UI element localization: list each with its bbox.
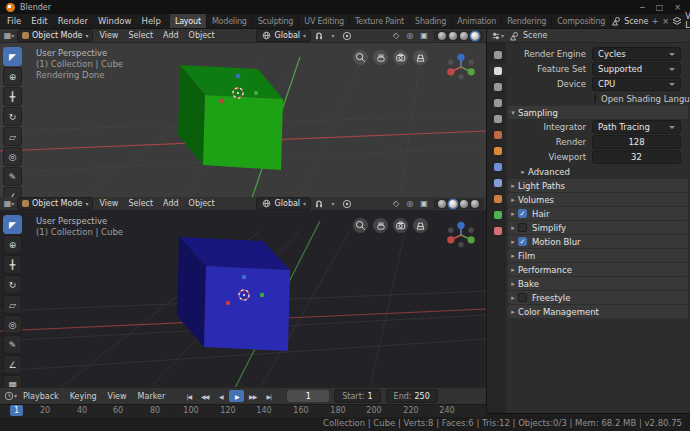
workspace-tab[interactable]: Shading	[410, 14, 452, 28]
property-value-field[interactable]: Path Tracing	[592, 120, 681, 134]
properties-row[interactable]: Open Shading Language Open Shading Langu…	[506, 92, 690, 105]
properties-row[interactable]: Performance Performance	[508, 263, 688, 276]
viewport-menu-item[interactable]: Select	[124, 199, 157, 208]
timeline-menu-item[interactable]: Keying	[65, 392, 102, 401]
pan-hand-icon[interactable]	[373, 50, 388, 65]
section-caret-icon[interactable]	[508, 266, 518, 274]
menubar-item[interactable]: Window	[93, 16, 137, 26]
xray-toggle-icon[interactable]: ▣	[418, 30, 430, 41]
properties-row[interactable]: Motion Blur Motion Blur	[508, 235, 688, 248]
pan-hand-icon[interactable]	[373, 218, 388, 233]
property-value-field[interactable]: CPU	[592, 77, 681, 91]
checkbox[interactable]	[518, 209, 527, 218]
properties-editor-icon[interactable]: ▾	[491, 30, 504, 41]
properties-row[interactable]: Sampling Sampling	[508, 106, 688, 119]
properties-row[interactable]: Color Management Color Management	[508, 305, 688, 318]
property-value-field[interactable]: Supported	[592, 62, 681, 76]
tab-material[interactable]	[489, 224, 506, 237]
workspace-tab[interactable]: Layout	[170, 14, 207, 28]
tool-rotate[interactable]: ↻	[3, 275, 22, 294]
tab-object-data[interactable]	[489, 208, 506, 221]
snap-target-dropdown[interactable]: ▾	[327, 198, 339, 209]
tool-transform[interactable]: ◎	[3, 147, 22, 166]
tool-annotate[interactable]: ✎	[3, 335, 22, 354]
tab-particles[interactable]	[489, 176, 506, 189]
camera-view-icon[interactable]	[393, 218, 408, 233]
tab-object[interactable]	[489, 144, 506, 157]
tool-move[interactable]: ╋	[3, 87, 22, 106]
properties-row[interactable]: Integrator Integrator Path Tracing	[506, 120, 690, 134]
next-keyframe-button[interactable]: ▶▶	[245, 390, 260, 402]
section-caret-icon[interactable]	[508, 196, 518, 204]
previous-keyframe-button[interactable]: ◀◀	[197, 390, 212, 402]
tool-3d-cursor[interactable]: ⊕	[3, 67, 22, 86]
new-scene-button[interactable]: +	[652, 16, 659, 26]
tab-physics[interactable]	[489, 192, 506, 205]
checkbox[interactable]	[518, 223, 527, 232]
viewport-menu-item[interactable]: Add	[159, 31, 183, 40]
property-value-field[interactable]: 128	[592, 135, 681, 149]
overlays-icon[interactable]: ◎	[404, 30, 416, 41]
tool-measure[interactable]: ∠	[3, 187, 22, 197]
menubar-item[interactable]: File	[2, 16, 26, 26]
show-gizmo-icon[interactable]: ◇	[390, 198, 402, 209]
checkbox[interactable]	[518, 237, 527, 246]
close-button[interactable]: ×	[674, 3, 681, 12]
timeline-ruler[interactable]: 20 40 60 80 100 120 140 160 180	[0, 404, 486, 417]
tool-transform[interactable]: ◎	[3, 315, 22, 334]
maximize-button[interactable]: □	[656, 3, 664, 12]
menubar-item[interactable]: Help	[136, 16, 165, 26]
mode-selector[interactable]: Object Mode▾	[17, 197, 93, 210]
blue-cube[interactable]	[177, 237, 290, 351]
jump-to-start-button[interactable]: |◀	[181, 390, 196, 402]
properties-row[interactable]: Render Render 128	[506, 135, 690, 149]
navigation-gizmo[interactable]	[446, 52, 476, 82]
section-caret-icon[interactable]	[508, 224, 518, 232]
checkbox[interactable]	[518, 293, 527, 302]
workspace-tab[interactable]: Animation	[452, 14, 502, 28]
properties-row[interactable]: Hair Hair	[508, 207, 688, 220]
shading-wireframe-icon[interactable]	[438, 32, 446, 40]
proportional-editing-icon[interactable]	[341, 198, 353, 209]
section-caret-icon[interactable]	[508, 294, 518, 302]
tab-scene[interactable]	[489, 112, 506, 125]
tool-scale[interactable]: ▱	[3, 127, 22, 146]
mode-selector[interactable]: Object Mode▾	[17, 29, 93, 42]
tool-select-box[interactable]: ◤	[3, 47, 22, 66]
overlays-icon[interactable]: ◎	[404, 198, 416, 209]
section-caret-icon[interactable]	[508, 109, 518, 117]
timeline-menu-item[interactable]: Playback	[18, 392, 64, 401]
playhead[interactable]: 1	[10, 405, 23, 417]
viewport-menu-item[interactable]: View	[95, 31, 122, 40]
tab-view-layer[interactable]	[489, 96, 506, 109]
camera-view-icon[interactable]	[393, 50, 408, 65]
properties-row[interactable]: Simplify Simplify	[508, 221, 688, 234]
shading-material-icon[interactable]	[460, 32, 468, 40]
snap-magnet-icon[interactable]	[313, 198, 325, 209]
properties-row[interactable]: Bake Bake	[508, 277, 688, 290]
snap-target-dropdown[interactable]: ▾	[327, 30, 339, 41]
viewport-menu-item[interactable]: Add	[159, 199, 183, 208]
snap-magnet-icon[interactable]	[313, 30, 325, 41]
properties-row[interactable]: Render Engine Render Engine Cycles	[506, 47, 690, 61]
show-gizmo-icon[interactable]: ◇	[390, 30, 402, 41]
green-cube[interactable]	[178, 65, 283, 170]
shading-solid-icon[interactable]	[449, 32, 457, 40]
xray-toggle-icon[interactable]: ▣	[418, 198, 430, 209]
play-reverse-button[interactable]: ◀	[213, 390, 228, 402]
workspace-tab[interactable]: UV Editing	[299, 14, 350, 28]
checkbox[interactable]	[594, 94, 596, 103]
viewport-menu-item[interactable]: Select	[124, 31, 157, 40]
properties-row[interactable]: Feature Set Feature Set Supported	[506, 62, 690, 76]
perspective-toggle-icon[interactable]	[413, 218, 428, 233]
workspace-tab[interactable]: Texture Paint	[350, 14, 410, 28]
workspace-tab[interactable]: Compositing	[552, 14, 611, 28]
tab-output[interactable]	[489, 80, 506, 93]
proportional-editing-icon[interactable]	[341, 30, 353, 41]
tab-render[interactable]	[489, 64, 506, 77]
shading-solid-icon[interactable]	[449, 200, 457, 208]
editor-type-icon[interactable]: ▦▾	[3, 30, 15, 41]
tool-measure[interactable]: ∠	[3, 355, 22, 374]
editor-type-icon[interactable]: ▦▾	[3, 198, 15, 209]
zoom-icon[interactable]	[353, 50, 368, 65]
